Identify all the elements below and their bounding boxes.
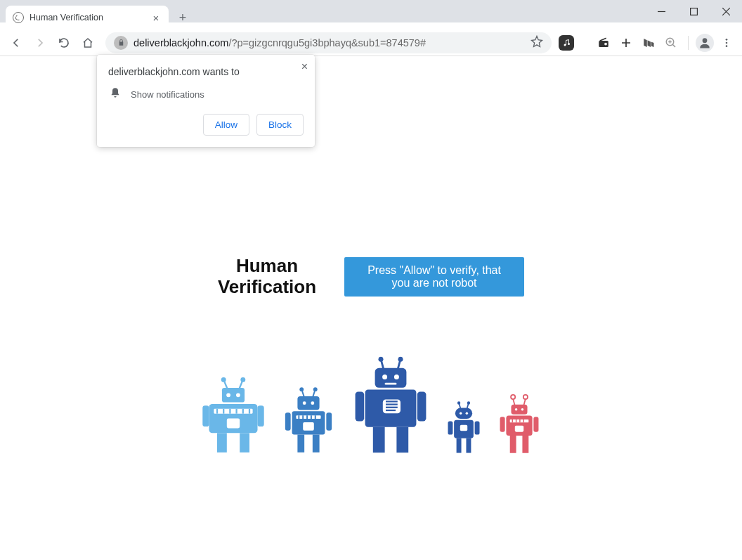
svg-point-83 (511, 395, 515, 399)
browser-toolbar: deliverblackjohn.com/?p=gizgcnrqgu5gi3bp… (0, 30, 742, 56)
bookmark-star-icon[interactable] (531, 35, 543, 51)
svg-rect-21 (217, 433, 227, 452)
tab-close-button[interactable]: × (150, 12, 162, 24)
svg-rect-87 (511, 404, 527, 414)
svg-rect-91 (510, 436, 516, 453)
extension-music-icon[interactable] (559, 35, 574, 51)
extension-radio-icon[interactable] (594, 33, 613, 53)
svg-rect-76 (448, 421, 453, 434)
allow-button[interactable]: Allow (203, 114, 249, 136)
svg-point-10 (726, 39, 728, 41)
svg-rect-46 (303, 422, 314, 431)
svg-rect-79 (466, 438, 471, 453)
new-tab-button[interactable]: + (173, 8, 193, 27)
url-domain: deliverblackjohn.com (134, 37, 228, 48)
svg-rect-59 (417, 391, 427, 421)
robot-icon-3 (351, 354, 430, 457)
svg-rect-92 (522, 436, 528, 453)
svg-rect-17 (222, 388, 245, 403)
svg-point-94 (521, 408, 524, 411)
svg-rect-89 (500, 417, 505, 431)
svg-point-23 (226, 393, 230, 397)
press-allow-banner: Press "Allow" to verify, that you are no… (344, 257, 524, 297)
home-button[interactable] (77, 32, 98, 53)
bell-icon (110, 87, 121, 101)
svg-rect-61 (396, 427, 408, 452)
robot-icon-4 (445, 399, 482, 457)
robots-illustration (201, 354, 541, 457)
svg-rect-74 (455, 408, 472, 419)
svg-rect-82 (460, 424, 467, 431)
profile-avatar-button[interactable] (696, 34, 714, 52)
svg-rect-42 (313, 434, 320, 452)
svg-point-62 (382, 375, 387, 379)
window-maximize-button[interactable] (677, 0, 710, 22)
svg-point-43 (303, 401, 306, 405)
heading-line2: Verification (218, 276, 316, 297)
globe-icon (13, 12, 24, 23)
browser-tab[interactable]: Human Verification × (6, 6, 169, 30)
svg-rect-22 (240, 433, 249, 452)
svg-point-84 (523, 395, 528, 399)
svg-rect-77 (475, 421, 480, 434)
svg-point-80 (460, 412, 462, 414)
popup-title: deliverblackjohn.com wants to (108, 66, 304, 77)
window-close-button[interactable] (710, 0, 742, 22)
address-bar[interactable]: deliverblackjohn.com/?p=gizgcnrqgu5gi3bp… (105, 32, 552, 53)
svg-rect-1 (690, 8, 697, 15)
svg-rect-45 (296, 415, 320, 419)
svg-point-93 (515, 408, 518, 411)
svg-rect-39 (285, 412, 291, 430)
svg-rect-58 (356, 391, 365, 421)
svg-rect-37 (297, 396, 319, 410)
extension-stack-icon[interactable] (639, 33, 658, 53)
svg-point-9 (703, 38, 708, 43)
forward-button[interactable] (30, 32, 51, 53)
robot-icon-1 (201, 374, 266, 457)
svg-rect-78 (457, 438, 462, 453)
extension-zoom-icon[interactable] (661, 33, 681, 53)
svg-rect-96 (515, 426, 523, 432)
svg-rect-64 (385, 383, 397, 385)
svg-rect-20 (258, 405, 264, 426)
toolbar-divider (688, 36, 689, 50)
svg-rect-41 (297, 434, 304, 452)
url-path: /?p=gizgcnrqgu5gi3bphayq&sub1=874579# (228, 37, 426, 48)
svg-point-44 (311, 401, 314, 405)
svg-point-63 (394, 375, 399, 379)
svg-rect-25 (214, 409, 252, 414)
notification-permission-popup: × deliverblackjohn.com wants to Show not… (97, 55, 315, 147)
heading-line1: Human (236, 255, 298, 276)
svg-rect-18 (209, 404, 258, 433)
url-text: deliverblackjohn.com/?p=gizgcnrqgu5gi3bp… (134, 37, 525, 48)
svg-rect-19 (202, 405, 209, 426)
tab-title: Human Verification (30, 13, 145, 22)
popup-close-button[interactable]: × (301, 60, 308, 73)
svg-point-11 (726, 41, 728, 44)
svg-point-5 (568, 43, 570, 45)
robot-icon-2 (281, 385, 336, 457)
extension-add-icon[interactable] (616, 33, 636, 53)
tab-strip: Human Verification × + (6, 6, 193, 30)
back-button[interactable] (6, 32, 27, 53)
svg-rect-40 (326, 412, 332, 430)
svg-rect-26 (227, 418, 240, 428)
svg-rect-90 (533, 417, 538, 431)
svg-point-12 (726, 45, 728, 47)
svg-rect-60 (373, 427, 385, 452)
window-minimize-button[interactable] (645, 0, 677, 22)
reload-button[interactable] (53, 32, 74, 53)
svg-point-81 (466, 412, 468, 414)
heading-row: Human Verification Press "Allow" to veri… (218, 256, 524, 298)
svg-point-7 (604, 42, 607, 45)
svg-rect-88 (506, 415, 532, 435)
page-heading: Human Verification (218, 256, 316, 298)
popup-permission-text: Show notifications (131, 89, 204, 100)
lock-icon[interactable] (114, 36, 128, 50)
block-button[interactable]: Block (256, 114, 304, 136)
robot-icon-5 (497, 392, 541, 457)
svg-point-24 (236, 393, 240, 397)
chrome-menu-button[interactable] (717, 33, 736, 53)
